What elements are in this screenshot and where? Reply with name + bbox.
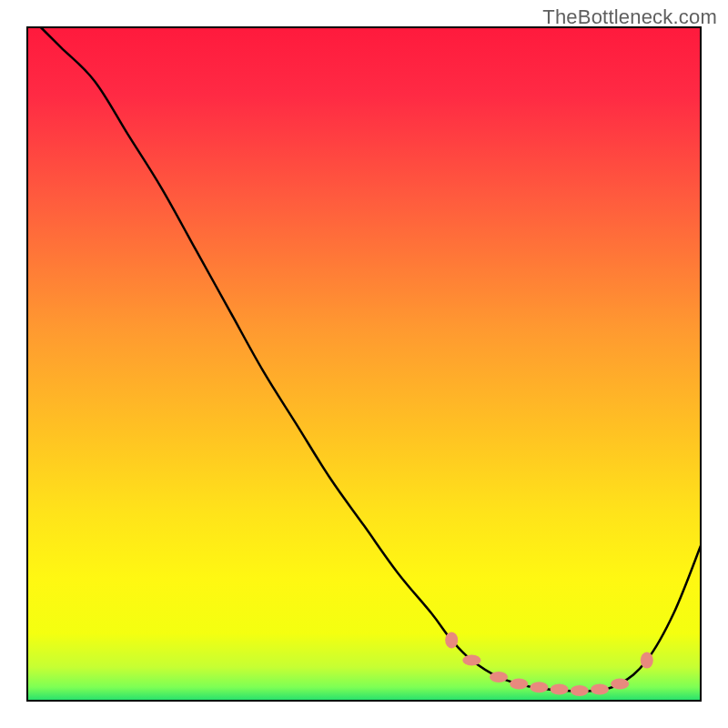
sweet-spot-marker bbox=[490, 672, 508, 682]
sweet-spot-marker bbox=[462, 655, 480, 666]
sweet-spot-marker bbox=[510, 679, 528, 690]
watermark-text: TheBottleneck.com bbox=[542, 5, 717, 29]
sweet-spot-marker bbox=[611, 679, 629, 690]
sweet-spot-marker bbox=[530, 682, 548, 693]
chart-gradient-bg bbox=[27, 27, 701, 701]
sweet-spot-marker bbox=[445, 632, 458, 648]
sweet-spot-marker bbox=[551, 683, 569, 694]
sweet-spot-marker bbox=[571, 685, 589, 696]
sweet-spot-marker bbox=[591, 683, 609, 694]
sweet-spot-marker bbox=[641, 652, 653, 669]
bottleneck-curve-chart bbox=[0, 0, 728, 728]
